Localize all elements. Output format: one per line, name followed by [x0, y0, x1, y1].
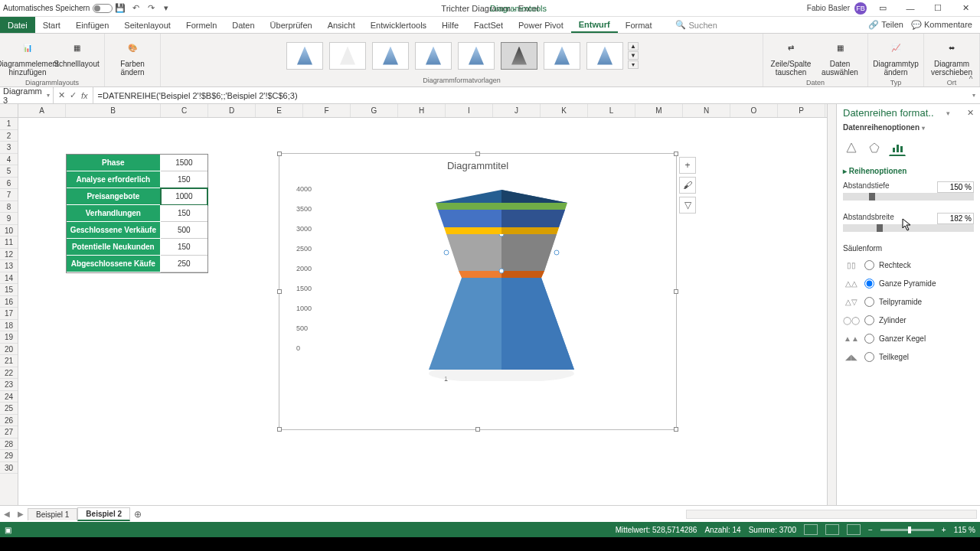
select-all-triangle[interactable] — [0, 104, 18, 117]
row-1[interactable]: 1 — [0, 118, 18, 130]
chart-style-3[interactable] — [372, 42, 409, 70]
cancel-formula-icon[interactable]: ✕ — [58, 90, 65, 100]
zoom-level[interactable]: 115 % — [954, 526, 975, 534]
redo-icon[interactable]: ↷ — [145, 2, 157, 15]
pane-close-button[interactable]: ✕ — [967, 108, 974, 118]
tab-help[interactable]: Hilfe — [434, 17, 466, 33]
col-c[interactable]: C — [161, 104, 208, 117]
styles-scroll-up[interactable]: ▲ — [628, 42, 639, 51]
gap-width-input[interactable] — [937, 213, 974, 224]
tab-format[interactable]: Format — [618, 17, 660, 33]
tab-design[interactable]: Entwurf — [571, 17, 618, 33]
add-sheet-button[interactable]: ⊕ — [130, 509, 145, 520]
cell-b9[interactable]: Abgeschlossene Käufe — [67, 256, 161, 272]
select-data-button[interactable]: ▦ Daten auswählen — [817, 35, 863, 78]
tab-pagelayout[interactable]: Seitenlayout — [116, 17, 178, 33]
shape-partial-cone[interactable]: ◢◣Teilkegel — [843, 347, 974, 366]
col-j[interactable]: J — [493, 104, 541, 117]
comments-button[interactable]: 💬 Kommentare — [911, 20, 972, 30]
chart-filter-button[interactable]: ▽ — [679, 197, 696, 214]
chart-style-8[interactable] — [586, 42, 623, 70]
view-normal-button[interactable] — [804, 524, 818, 535]
section-header[interactable]: ▸ Reihenoptionen — [843, 167, 974, 175]
view-pagelayout-button[interactable] — [825, 524, 839, 535]
vertical-scrollbar[interactable] — [827, 104, 836, 505]
user-name[interactable]: Fabio Basler — [807, 4, 850, 12]
cell-b4[interactable]: Analyse erforderlich — [67, 171, 161, 188]
col-i[interactable]: I — [446, 104, 493, 117]
col-o[interactable]: O — [730, 104, 778, 117]
autosave-toggle[interactable] — [93, 4, 113, 13]
col-p[interactable]: P — [778, 104, 825, 117]
qat-dropdown-icon[interactable]: ▾ — [160, 2, 172, 15]
tab-file[interactable]: Datei — [0, 17, 35, 33]
avatar[interactable]: FB — [854, 2, 867, 15]
record-macro-icon[interactable]: ▣ — [5, 526, 11, 534]
col-g[interactable]: G — [351, 104, 398, 117]
pane-tab-effects[interactable] — [866, 139, 883, 156]
pane-title-dropdown-icon[interactable]: ▾ — [946, 109, 950, 117]
shape-full-pyramid[interactable]: △△Ganze Pyramide — [843, 274, 974, 292]
col-h[interactable]: H — [398, 104, 446, 117]
cell-c9[interactable]: 250 — [161, 256, 207, 272]
pane-tab-fill[interactable] — [843, 139, 860, 156]
collapse-ribbon-button[interactable]: ^ — [965, 73, 977, 85]
col-l[interactable]: L — [588, 104, 635, 117]
chart-style-5[interactable] — [458, 42, 495, 70]
cell-b3[interactable]: Phase — [67, 155, 161, 171]
tab-review[interactable]: Überprüfen — [263, 17, 320, 33]
search-box[interactable]: 🔍 Suchen — [675, 17, 717, 33]
chart-title[interactable]: Diagrammtitel — [279, 154, 676, 174]
undo-icon[interactable]: ↶ — [129, 2, 142, 15]
col-b[interactable]: B — [66, 104, 161, 117]
col-m[interactable]: M — [635, 104, 683, 117]
chart-styles-button[interactable]: 🖌 — [679, 177, 696, 194]
chart-object[interactable]: Diagrammtitel 4000 3500 3000 2500 2000 1… — [279, 153, 677, 430]
chart-style-4[interactable] — [415, 42, 452, 70]
view-pagebreak-button[interactable] — [847, 524, 861, 535]
share-button[interactable]: 🔗 Teilen — [868, 20, 903, 30]
pane-subtitle[interactable]: Datenreihenoptionen — [843, 123, 920, 132]
maximize-button[interactable]: ☐ — [926, 2, 949, 15]
gap-depth-input[interactable] — [937, 181, 974, 193]
cell-b8[interactable]: Potentielle Neukunden — [67, 239, 161, 256]
cell-b6[interactable]: Verhandlungen — [67, 205, 161, 222]
minimize-button[interactable]: — — [899, 2, 922, 15]
pyramid-chart[interactable] — [425, 190, 578, 381]
cell-c3[interactable]: 1500 — [161, 155, 207, 171]
expand-formula-icon[interactable]: ▾ — [968, 92, 980, 99]
tab-powerpivot[interactable]: Power Pivot — [511, 17, 571, 33]
enter-formula-icon[interactable]: ✓ — [70, 90, 77, 100]
styles-more[interactable]: ▾ — [628, 60, 639, 69]
zoom-slider[interactable] — [880, 529, 934, 531]
col-a[interactable]: A — [18, 104, 66, 117]
cell-b5[interactable]: Preisangebote — [67, 188, 161, 205]
col-n[interactable]: N — [683, 104, 730, 117]
chart-style-6[interactable] — [501, 42, 537, 70]
close-button[interactable]: ✕ — [954, 2, 977, 15]
cell-c5[interactable]: 1000 — [161, 188, 207, 205]
chart-style-1[interactable] — [286, 42, 323, 70]
cell-c6[interactable]: 150 — [161, 205, 207, 222]
sheet-nav-next[interactable]: ▶ — [14, 510, 28, 518]
tab-factset[interactable]: FactSet — [466, 17, 511, 33]
col-d[interactable]: D — [208, 104, 256, 117]
chart-plot-area[interactable]: 4000 3500 3000 2500 2000 1500 1000 500 0… — [279, 174, 676, 412]
gap-depth-slider[interactable] — [843, 193, 974, 201]
quick-layout-button[interactable]: ▦ Schnelllayout — [54, 35, 100, 70]
chart-style-7[interactable] — [544, 42, 580, 70]
move-chart-button[interactable]: ⬌ Diagramm verschieben — [929, 35, 975, 78]
pane-tab-series[interactable] — [889, 139, 906, 156]
chart-elements-button[interactable]: + — [679, 157, 696, 174]
formula-input[interactable]: =DATENREIHE('Beispiel 2'!$B$6;;'Beispiel… — [93, 91, 968, 100]
col-e[interactable]: E — [256, 104, 303, 117]
cell-b7[interactable]: Geschlossene Verkäufe — [67, 222, 161, 239]
shape-rectangle[interactable]: ▯▯Rechteck — [843, 256, 974, 274]
shape-partial-pyramid[interactable]: △▽Teilpyramide — [843, 292, 974, 311]
cell-c4[interactable]: 150 — [161, 171, 207, 188]
switch-row-col-button[interactable]: ⇄ Zeile/Spalte tauschen — [768, 35, 814, 78]
shape-cylinder[interactable]: ◯◯Zylinder — [843, 311, 974, 329]
add-chart-element-button[interactable]: 📊 Diagrammelement hinzufügen — [5, 35, 51, 78]
zoom-in-button[interactable]: + — [942, 526, 946, 534]
tab-insert[interactable]: Einfügen — [68, 17, 116, 33]
